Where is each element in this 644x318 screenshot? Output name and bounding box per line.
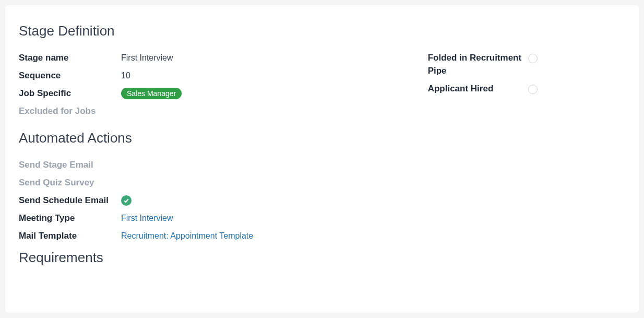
link-mail-template[interactable]: Recruitment: Appointment Template xyxy=(121,231,253,240)
link-meeting-type[interactable]: First Interview xyxy=(121,214,173,222)
row-send-stage-email: Send Stage Email xyxy=(19,159,625,171)
label-send-quiz-survey: Send Quiz Survey xyxy=(19,177,121,189)
value-send-schedule-email xyxy=(121,195,132,206)
row-meeting-type: Meeting Type First Interview xyxy=(19,212,625,225)
row-sequence: Sequence 10 xyxy=(19,69,407,82)
checkbox-hired[interactable] xyxy=(528,85,538,94)
label-hired: Applicant Hired xyxy=(428,83,528,96)
stage-definition-right: Folded in Recruitment Pipe Applicant Hir… xyxy=(428,52,625,123)
tag-sales-manager[interactable]: Sales Manager xyxy=(121,88,182,99)
row-mail-template: Mail Template Recruitment: Appointment T… xyxy=(19,230,625,242)
label-sequence: Sequence xyxy=(19,70,121,82)
row-send-quiz-survey: Send Quiz Survey xyxy=(19,176,625,189)
label-send-stage-email: Send Stage Email xyxy=(19,159,121,171)
row-excluded-jobs: Excluded for Jobs xyxy=(19,105,407,117)
label-mail-template: Mail Template xyxy=(19,230,121,242)
row-stage-name: Stage name First Interview xyxy=(19,52,407,64)
section-title-stage-definition: Stage Definition xyxy=(19,23,625,39)
value-job-specific: Sales Manager xyxy=(121,88,182,99)
label-excluded-jobs: Excluded for Jobs xyxy=(19,105,121,117)
stage-definition-left: Stage name First Interview Sequence 10 J… xyxy=(19,52,407,123)
form-card: Stage Definition Stage name First Interv… xyxy=(5,5,639,313)
row-job-specific: Job Specific Sales Manager xyxy=(19,87,407,100)
section-title-requirements: Requirements xyxy=(19,250,625,266)
value-sequence: 10 xyxy=(121,71,130,80)
stage-definition-columns: Stage name First Interview Sequence 10 J… xyxy=(19,52,625,123)
row-send-schedule-email: Send Schedule Email xyxy=(19,194,625,207)
label-job-specific: Job Specific xyxy=(19,88,121,100)
label-send-schedule-email: Send Schedule Email xyxy=(19,195,121,207)
row-folded: Folded in Recruitment Pipe xyxy=(428,52,625,77)
checkbox-folded[interactable] xyxy=(528,54,538,63)
section-title-automated-actions: Automated Actions xyxy=(19,130,625,146)
row-hired: Applicant Hired xyxy=(428,83,625,96)
value-stage-name: First Interview xyxy=(121,53,173,63)
check-circle-icon xyxy=(121,195,132,206)
label-folded: Folded in Recruitment Pipe xyxy=(428,52,528,77)
label-stage-name: Stage name xyxy=(19,52,121,64)
label-meeting-type: Meeting Type xyxy=(19,213,121,225)
